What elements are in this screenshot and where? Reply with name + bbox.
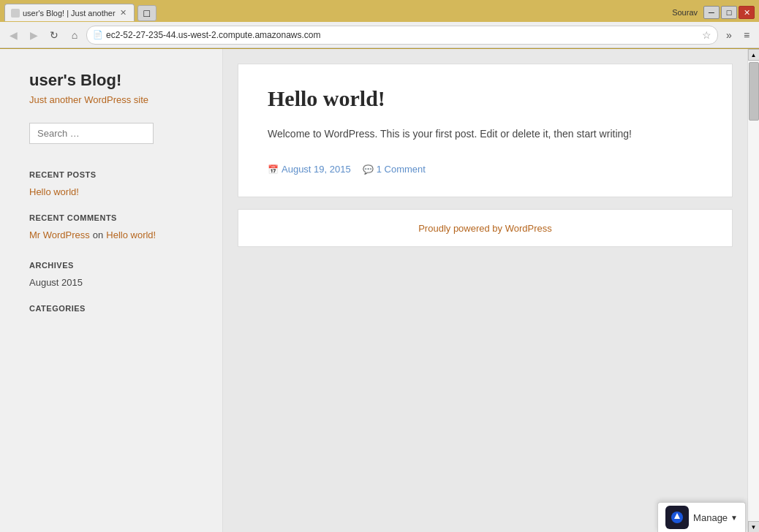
scroll-down-button[interactable]: ▼	[748, 521, 760, 532]
post-card: Hello world! Welcome to WordPress. This …	[238, 64, 733, 197]
categories-section: CATEGORIES	[29, 304, 200, 313]
bookmark-icon[interactable]: ☆	[702, 29, 711, 41]
maximize-icon: □	[727, 8, 732, 17]
comment-item: Mr WordPress on Hello world!	[29, 229, 200, 245]
active-tab[interactable]: user's Blog! | Just another ✕	[4, 4, 135, 21]
recent-post-hello-world[interactable]: Hello world!	[29, 186, 200, 197]
close-button[interactable]: ✕	[739, 6, 755, 19]
tab-area: user's Blog! | Just another ✕ □	[4, 4, 156, 21]
archives-section: ARCHIVES August 2015	[29, 261, 200, 288]
tab-title: user's Blog! | Just another	[23, 9, 116, 18]
calendar-icon: 📅	[268, 164, 279, 175]
search-input[interactable]	[29, 123, 154, 144]
categories-title: CATEGORIES	[29, 304, 200, 313]
comment-on-text: on	[93, 229, 103, 240]
maximize-button[interactable]: □	[721, 6, 737, 19]
address-bar[interactable]	[106, 30, 702, 40]
blog-title: user's Blog!	[29, 71, 200, 90]
menu-button[interactable]: ≡	[739, 27, 755, 43]
post-meta: 📅 August 19, 2015 💬 1 Comment	[268, 164, 703, 175]
hamburger-icon: ≡	[744, 29, 749, 41]
post-body: Welcome to WordPress. This is your first…	[268, 126, 703, 142]
post-date-link[interactable]: August 19, 2015	[282, 164, 351, 175]
recent-posts-section: RECENT POSTS Hello world!	[29, 170, 200, 197]
page-wrapper: user's Blog! Just another WordPress site…	[0, 49, 759, 532]
home-icon: ⌂	[72, 29, 78, 41]
reload-button[interactable]: ↻	[45, 26, 63, 44]
back-button[interactable]: ◀	[4, 26, 22, 44]
nav-bar: ◀ ▶ ↻ ⌂ 📄 ☆ » ≡	[0, 22, 759, 48]
footer-card: Proudly powered by WordPress	[238, 209, 733, 247]
powered-by-link[interactable]: Proudly powered by WordPress	[418, 223, 552, 234]
manage-icon-box	[665, 506, 689, 529]
title-bar: user's Blog! | Just another ✕ □ Sourav ─…	[0, 0, 759, 22]
comment-icon: 💬	[363, 164, 374, 175]
scroll-thumb[interactable]	[749, 62, 759, 121]
recent-comments-section: RECENT COMMENTS Mr WordPress on Hello wo…	[29, 213, 200, 245]
scrollbar: ▲ ▼	[747, 49, 759, 532]
new-tab-button[interactable]: □	[137, 5, 156, 21]
manage-dropdown-icon: ▼	[730, 514, 738, 522]
forward-icon: ▶	[30, 29, 38, 41]
manage-label: Manage	[693, 512, 728, 523]
comment-post-link[interactable]: Hello world!	[106, 229, 156, 240]
close-icon: ✕	[744, 8, 750, 18]
address-bar-container: 📄 ☆	[86, 26, 718, 45]
comment-author-link[interactable]: Mr WordPress	[29, 229, 90, 240]
browser-chrome: user's Blog! | Just another ✕ □ Sourav ─…	[0, 0, 759, 49]
post-comments-meta: 💬 1 Comment	[363, 164, 426, 175]
user-label: Sourav	[672, 8, 698, 17]
manage-button[interactable]: Manage ▼	[693, 512, 738, 523]
tab-close-button[interactable]: ✕	[118, 8, 128, 18]
new-tab-icon: □	[143, 7, 149, 19]
more-pages-button[interactable]: »	[721, 27, 737, 43]
back-icon: ◀	[10, 29, 18, 41]
minimize-icon: ─	[709, 8, 714, 17]
manage-icon	[670, 510, 684, 525]
archives-title: ARCHIVES	[29, 261, 200, 270]
more-pages-icon: »	[726, 29, 732, 41]
main-content: Hello world! Welcome to WordPress. This …	[223, 49, 747, 532]
scroll-up-button[interactable]: ▲	[748, 49, 760, 61]
title-bar-controls: Sourav ─ □ ✕	[672, 6, 755, 19]
reload-icon: ↻	[50, 29, 58, 41]
manage-button-area: Manage ▼	[657, 502, 746, 532]
tab-favicon	[11, 9, 20, 18]
minimize-button[interactable]: ─	[703, 6, 720, 19]
post-title: Hello world!	[268, 86, 703, 111]
nav-extra-buttons: » ≡	[721, 27, 755, 43]
recent-comments-title: RECENT COMMENTS	[29, 213, 200, 222]
home-button[interactable]: ⌂	[66, 26, 83, 44]
sidebar: user's Blog! Just another WordPress site…	[0, 49, 223, 532]
content-area: Hello world! Welcome to WordPress. This …	[223, 49, 759, 532]
forward-button[interactable]: ▶	[25, 26, 42, 44]
archive-august-2015[interactable]: August 2015	[29, 277, 200, 288]
recent-posts-title: RECENT POSTS	[29, 170, 200, 179]
post-date-meta: 📅 August 19, 2015	[268, 164, 351, 175]
post-comments-link[interactable]: 1 Comment	[377, 164, 426, 175]
blog-subtitle: Just another WordPress site	[29, 94, 200, 105]
page-icon: 📄	[93, 30, 103, 39]
